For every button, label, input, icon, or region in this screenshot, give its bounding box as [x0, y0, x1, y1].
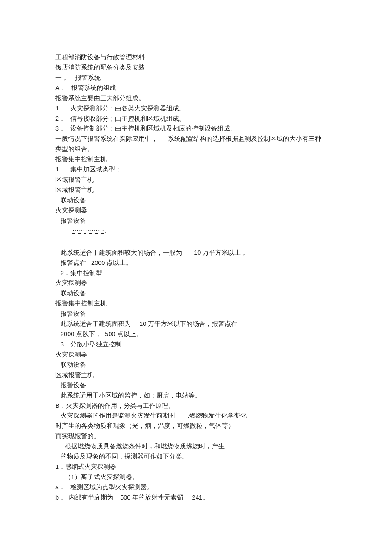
text-line: 联动设备 — [55, 288, 337, 299]
text-line: a． 检测区域为点型火灾探测器。 — [55, 482, 337, 493]
text-line: 3．分散小型独立控制 — [55, 340, 337, 350]
text-line: 火灾探测器 — [55, 278, 337, 288]
text-line: 根据燃烧物质具备燃烧条件时，和燃烧物质燃烧时，产生 — [55, 442, 337, 452]
text-line: （1）离子式火灾探测器。 — [55, 472, 337, 482]
text-line: 报警设备 — [55, 381, 337, 391]
text-line: 3． 设备控制部分；由主控机和区域机及相应的控制设备组成。 — [55, 124, 337, 134]
text-line: 火灾探测器 — [55, 350, 337, 360]
text-line: 区域报警主机 — [55, 370, 337, 381]
text-line: 1．感烟式火灾探测器 — [55, 462, 337, 472]
text-line: 区域报警主机 — [55, 185, 337, 195]
text-line: 2． 信号接收部分；由主控机和区域机组成。 — [55, 114, 337, 124]
text-line: 一般情况下报警系统在实际应用中， 系统配置结构的选择根据监测及控制区域的大小有三… — [55, 134, 337, 144]
text-line: 此系统适合于建筑面积为 10 万平方米以下的场合，报警点在 — [55, 319, 337, 329]
text-line: 报警系统主要由三大部分组成。 — [55, 93, 337, 104]
text-line — [55, 238, 337, 248]
text-line: 饭店消防系统的配备分类及安装 — [55, 63, 337, 73]
document-body: 工程部消防设备与行政管理材料饭店消防系统的配备分类及安装一， 报警系统A． 报警… — [55, 52, 337, 503]
text-line: 此系统适用于小区域的监控，如；厨房，电站等。 — [55, 391, 337, 401]
text-line: 火灾探测器 — [55, 206, 337, 216]
text-line: b． 内部有半衰期为 500 年的放射性元素镅 241。 — [55, 493, 337, 503]
text-line: 2．集中控制型 — [55, 268, 337, 279]
text-line: 1． 集中加区域类型； — [55, 165, 337, 175]
text-line: 工程部消防设备与行政管理材料 — [55, 52, 337, 63]
text-line: 而实现报警的。 — [55, 431, 337, 442]
text-line: 报警点在 2000 点以上。 — [55, 258, 337, 268]
text-line: B．火灾探测器的作用，分类与工作原理。 — [55, 401, 337, 411]
text-line: 2000 点以下， 500 点以上。 — [55, 329, 337, 340]
text-line: 报警设备 — [55, 216, 337, 226]
text-line: A． 报警系统的组成 — [55, 83, 337, 93]
text-line: 类型的组合。 — [55, 144, 337, 154]
text-line: 一， 报警系统 — [55, 73, 337, 83]
text-line: 1． 火灾探测部分；由各类火灾探测器组成。 — [55, 104, 337, 114]
text-line: 报警集中控制主机 — [55, 299, 337, 309]
text-line: 联动设备 — [55, 360, 337, 370]
text-line: 火灾探测器的作用是监测火灾发生前期时 ,燃烧物发生化学变化 — [55, 411, 337, 421]
text-line: 联动设备 — [55, 195, 337, 206]
text-line: 报警集中控制主机 — [55, 154, 337, 165]
text-line: ⋯⋯⋯⋯⋯. — [55, 226, 107, 236]
text-line: 区域报警主机 — [55, 175, 337, 185]
text-line: 报警设备 — [55, 309, 337, 319]
text-line: 的物质及现象的不同，探测器可作如下分类。 — [55, 452, 337, 462]
text-line: 此系统适合于建筑面积较大的场合，一般为 10 万平方米以上， — [55, 248, 337, 258]
text-line: 时产生的各类物质和现象（光，烟，温度，可燃微粒，气体等） — [55, 421, 337, 431]
